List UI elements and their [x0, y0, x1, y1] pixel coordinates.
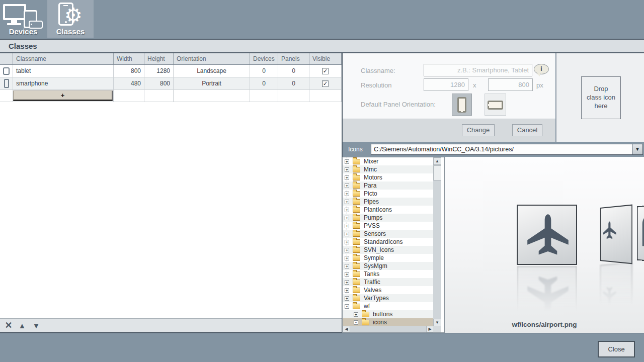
- tree-expander-icon[interactable]: +: [354, 312, 358, 317]
- delete-row-icon[interactable]: ✕: [3, 320, 14, 331]
- tree-item[interactable]: + Mixer: [343, 157, 434, 165]
- tab-classes[interactable]: ⚙ Classes: [47, 0, 94, 38]
- tree-item[interactable]: + VarTypes: [343, 294, 434, 302]
- tree-item[interactable]: + Valves: [343, 286, 434, 294]
- tree-item[interactable]: + Mmc: [343, 165, 434, 173]
- tree-expander-icon[interactable]: +: [345, 272, 349, 277]
- scroll-down-icon[interactable]: ▼: [433, 319, 441, 326]
- tree-item[interactable]: - wf: [343, 302, 434, 310]
- tree-expander-icon[interactable]: -: [345, 304, 349, 309]
- tree-expander-icon[interactable]: +: [345, 224, 349, 228]
- gear-icon: ⚙: [64, 5, 83, 25]
- tree-item-label: Symple: [364, 254, 384, 261]
- folder-icon: [353, 255, 360, 261]
- icons-folder-tree: + Mixer + Mmc + Motors + Para + Picto + …: [342, 157, 445, 333]
- tree-expander-icon[interactable]: +: [345, 167, 349, 172]
- tree-item[interactable]: + SVN_Icons: [343, 246, 434, 254]
- tree-expander-icon[interactable]: +: [345, 288, 349, 293]
- move-down-icon[interactable]: ▼: [30, 321, 42, 330]
- scroll-left-icon[interactable]: ◀: [343, 326, 350, 332]
- combobox-dropdown-icon[interactable]: ▼: [632, 144, 642, 154]
- tree-item[interactable]: + Pipes: [343, 198, 434, 206]
- orientation-cell: Portrait: [174, 77, 250, 90]
- tree-expander-icon[interactable]: +: [345, 248, 349, 252]
- visible-checkbox[interactable]: ✓: [322, 80, 329, 87]
- folder-icon: [353, 159, 360, 164]
- tree-horizontal-scrollbar[interactable]: ◀ ▶: [343, 326, 434, 332]
- monitor-icon: [7, 23, 21, 25]
- pictures-path-combobox[interactable]: C:/Siemens/Automation/WinCC_OA/3.14/pict…: [371, 144, 643, 155]
- panels-count-cell: 0: [278, 65, 309, 77]
- move-up-icon[interactable]: ▲: [16, 321, 28, 330]
- col-header-height: Height: [144, 53, 174, 64]
- folder-icon: [353, 167, 360, 172]
- tree-item[interactable]: + Pumps: [343, 214, 434, 222]
- resolution-height-input[interactable]: [488, 78, 533, 91]
- tree-expander-icon[interactable]: +: [345, 208, 349, 212]
- tree-item-label: Valves: [364, 287, 381, 294]
- resolution-width-input[interactable]: [424, 78, 468, 91]
- tree-item-label: Picto: [364, 190, 377, 197]
- tree-item[interactable]: + PVSS: [343, 222, 434, 230]
- tree-expander-icon[interactable]: +: [345, 216, 349, 220]
- tree-item[interactable]: + Tanks: [343, 270, 434, 278]
- tree-item[interactable]: + Para: [343, 182, 434, 190]
- visible-checkbox[interactable]: ✓: [322, 68, 329, 74]
- tree-expander-icon[interactable]: +: [345, 175, 349, 180]
- partial-icon-tile[interactable]: ß: [637, 204, 644, 263]
- tree-expander-icon[interactable]: +: [345, 184, 349, 188]
- drop-class-icon-target[interactable]: Drop class icon here: [581, 76, 621, 119]
- table-row[interactable]: smartphone 480 800 Portrait 0 0 ✓: [0, 77, 342, 90]
- classname-input[interactable]: [424, 64, 532, 76]
- scroll-up-icon[interactable]: ▲: [433, 157, 441, 165]
- tree-item[interactable]: + Motors: [343, 173, 434, 182]
- folder-icon: [362, 312, 369, 317]
- device-type-icon-cell: [0, 65, 13, 77]
- close-button[interactable]: Close: [598, 341, 635, 357]
- tree-expander-icon[interactable]: +: [345, 232, 349, 236]
- orientation-landscape-button[interactable]: [485, 94, 506, 116]
- add-class-button[interactable]: +: [13, 90, 113, 101]
- tree-expander-icon[interactable]: +: [345, 280, 349, 285]
- tree-item-label: Tanks: [364, 270, 379, 278]
- tree-expander-icon[interactable]: -: [354, 320, 358, 325]
- width-cell: 800: [114, 65, 144, 77]
- folder-icon: [353, 304, 360, 309]
- next-icon-tile[interactable]: [600, 205, 632, 264]
- height-cell: 800: [144, 77, 174, 90]
- col-header-panels: Panels: [278, 53, 309, 64]
- tree-item[interactable]: + Picto: [343, 190, 434, 198]
- tree-expander-icon[interactable]: +: [345, 200, 349, 204]
- tree-expander-icon[interactable]: +: [345, 240, 349, 244]
- orientation-portrait-button[interactable]: [452, 94, 472, 116]
- next-icon-reflection: [594, 263, 639, 320]
- airport-icon-tile[interactable]: [517, 205, 577, 265]
- tree-item[interactable]: - icons: [343, 318, 434, 326]
- vertical-scroll-thumb[interactable]: [433, 165, 441, 180]
- tree-vertical-scrollbar[interactable]: ▲ ▼: [433, 157, 441, 326]
- resolution-unit-label: px: [536, 81, 543, 89]
- tree-expander-icon[interactable]: +: [345, 159, 349, 164]
- width-cell: 480: [114, 77, 144, 90]
- tree-item[interactable]: + Sensors: [343, 230, 434, 238]
- tree-item[interactable]: + Traffic: [343, 278, 434, 286]
- tab-devices[interactable]: Devices: [0, 0, 46, 38]
- cancel-button[interactable]: Cancel: [512, 124, 542, 136]
- airplane-icon: [602, 220, 617, 240]
- panels-count-cell: 0: [278, 77, 309, 90]
- scroll-right-icon[interactable]: ▶: [426, 326, 434, 332]
- tree-item[interactable]: + SysMgm: [343, 262, 434, 270]
- table-row[interactable]: tablet 800 1280 Landscape 0 0 ✓: [0, 65, 342, 77]
- tree-item[interactable]: + buttons: [343, 310, 434, 318]
- tree-expander-icon[interactable]: +: [345, 192, 349, 196]
- tree-expander-icon[interactable]: +: [345, 296, 349, 301]
- folder-icon: [353, 183, 360, 189]
- tree-expander-icon[interactable]: +: [345, 256, 349, 260]
- tree-item[interactable]: + Symple: [343, 254, 434, 262]
- tree-item[interactable]: + PlantIcons: [343, 206, 434, 214]
- resolution-label: Resolution: [361, 81, 391, 89]
- tree-item[interactable]: + StandardIcons: [343, 238, 434, 246]
- change-button[interactable]: Change: [462, 124, 495, 136]
- tree-expander-icon[interactable]: +: [345, 264, 349, 268]
- info-icon[interactable]: i: [534, 64, 549, 74]
